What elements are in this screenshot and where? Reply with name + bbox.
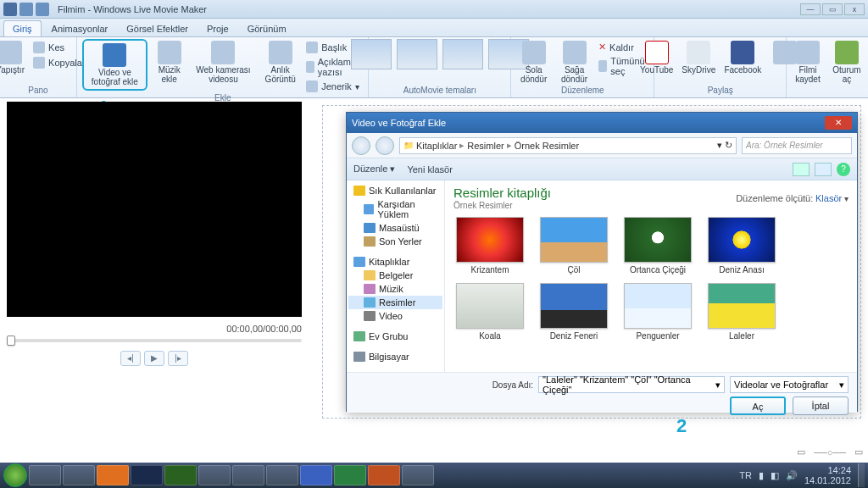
view-mode-button[interactable] — [793, 163, 810, 176]
nav-forward-button[interactable] — [376, 136, 394, 155]
video-preview — [7, 102, 302, 317]
breadcrumb[interactable]: 📁 Kitaplıklar▸ Resimler▸ Örnek Resimler … — [399, 137, 737, 154]
group-clipboard: Yapıştır Kes Kopyala Pano — [0, 37, 77, 97]
task-powerpoint[interactable] — [368, 465, 400, 485]
nav-back-button[interactable] — [352, 136, 370, 155]
tray-date[interactable]: 14.01.2012 — [804, 475, 851, 485]
crumb-2[interactable]: Örnek Resimler — [515, 141, 579, 151]
task-item[interactable] — [198, 465, 231, 485]
tree-computer[interactable]: Bilgisayar — [348, 350, 442, 363]
tray-lang[interactable]: TR — [739, 470, 752, 480]
tab-project[interactable]: Proje — [198, 21, 237, 36]
show-desktop-button[interactable] — [858, 463, 865, 487]
task-explorer[interactable] — [29, 465, 61, 485]
theme-1[interactable] — [351, 39, 392, 69]
file-item[interactable]: Penguenler — [621, 283, 694, 341]
redo-icon[interactable] — [36, 3, 49, 16]
snapshot-button[interactable]: Anlık Görüntü — [260, 39, 300, 86]
rotate-right-label: Sağa döndür — [558, 65, 591, 84]
task-photoshop[interactable] — [131, 465, 163, 485]
group-save: Filmi kaydet Oturum aç — [787, 37, 868, 97]
maximize-button[interactable]: ▭ — [822, 3, 843, 15]
file-item[interactable]: Deniz Anası — [705, 217, 778, 274]
add-music-button[interactable]: Müzik ekle — [153, 39, 186, 86]
tree-video[interactable]: Video — [348, 309, 442, 323]
cut-button[interactable]: Kes — [32, 41, 83, 54]
tab-animations[interactable]: Animasyonlar — [43, 21, 117, 36]
task-item[interactable] — [63, 465, 95, 485]
file-item[interactable]: Krizantem — [453, 217, 526, 274]
copy-button[interactable]: Kopyala — [32, 56, 83, 69]
tab-effects[interactable]: Görsel Efektler — [118, 21, 197, 36]
tree-desktop[interactable]: Masaüstü — [348, 221, 442, 235]
task-item[interactable] — [266, 465, 298, 485]
crumb-1[interactable]: Resimler — [467, 141, 504, 151]
tree-music[interactable]: Müzik — [348, 282, 442, 296]
tree-documents[interactable]: Belgeler — [348, 269, 442, 282]
sort-by[interactable]: Düzenleme ölçütü: Klasör ▾ — [736, 193, 849, 203]
cancel-button[interactable]: İptal — [793, 396, 849, 415]
tray-flag-icon[interactable]: ▮ — [759, 470, 764, 481]
tree-homegroup[interactable]: Ev Grubu — [348, 330, 442, 343]
tab-home[interactable]: Giriş — [3, 20, 42, 36]
paste-button[interactable]: Yapıştır — [0, 39, 27, 76]
minimize-button[interactable]: — — [800, 3, 821, 15]
tab-view[interactable]: Görünüm — [239, 21, 295, 36]
youtube-button[interactable]: YouTube — [638, 39, 675, 76]
search-input[interactable]: Ara: Örnek Resimler — [742, 137, 852, 154]
tray-time[interactable]: 14:24 — [804, 465, 851, 475]
open-button[interactable]: Aç — [730, 396, 786, 415]
theme-2[interactable] — [397, 39, 437, 69]
save-icon — [796, 41, 820, 64]
zoom-out-icon[interactable]: ▭ — [797, 446, 805, 458]
task-dreamweaver[interactable] — [164, 465, 197, 485]
task-firefox[interactable] — [97, 465, 129, 485]
file-item[interactable]: Laleler — [705, 283, 778, 341]
tree-recent[interactable]: Son Yerler — [348, 235, 442, 248]
signin-label: Oturum aç — [832, 65, 862, 84]
close-button[interactable]: x — [844, 3, 865, 15]
add-video-photo-button[interactable]: Video ve fotoğraf ekle — [85, 42, 145, 88]
webcam-button[interactable]: Web kamerası videosu — [192, 39, 255, 86]
zoom-slider[interactable]: ──○── — [814, 447, 846, 458]
task-excel[interactable] — [334, 465, 366, 485]
play-button[interactable]: ▶ — [144, 351, 164, 366]
task-item[interactable] — [232, 465, 264, 485]
tray-volume-icon[interactable]: 🔊 — [786, 470, 798, 481]
file-item[interactable]: Koala — [453, 283, 526, 341]
rotate-left-button[interactable]: Sola döndür — [516, 39, 551, 86]
crumb-0[interactable]: Kitaplıklar — [416, 141, 457, 151]
signin-button[interactable]: Oturum aç — [830, 39, 864, 86]
facebook-button[interactable]: Facebook — [722, 39, 763, 76]
zoom-in-icon[interactable]: ▭ — [854, 446, 863, 458]
undo-icon[interactable] — [19, 3, 33, 16]
filename-input[interactable]: "Laleler" "Krizantem" "Çöl" "Ortanca Çiç… — [538, 376, 725, 393]
rotate-right-button[interactable]: Sağa döndür — [556, 39, 593, 86]
help-button[interactable]: ? — [837, 163, 850, 176]
task-moviemaker[interactable] — [402, 465, 434, 485]
dialog-close-button[interactable]: ✕ — [825, 116, 852, 130]
new-folder-button[interactable]: Yeni klasör — [407, 164, 452, 175]
app-menu-icon[interactable] — [3, 3, 17, 16]
prev-frame-button[interactable]: ◂| — [120, 351, 141, 366]
file-item[interactable]: Deniz Feneri — [537, 283, 610, 341]
title-icon — [306, 42, 318, 53]
file-item[interactable]: Çöl — [537, 217, 610, 274]
organize-button[interactable]: Düzenle ▾ — [353, 164, 395, 175]
tree-favorites[interactable]: Sık Kullanılanlar — [348, 184, 442, 197]
task-word[interactable] — [300, 465, 332, 485]
file-item[interactable]: Ortanca Çiçeği — [621, 217, 694, 274]
skydrive-button[interactable]: SkyDrive — [680, 39, 717, 76]
preview-pane-button[interactable] — [815, 163, 832, 176]
tree-libraries[interactable]: Kitaplıklar — [348, 255, 442, 269]
seek-thumb[interactable] — [7, 336, 15, 346]
tree-downloads[interactable]: Karşıdan Yüklem — [348, 197, 442, 221]
save-movie-button[interactable]: Filmi kaydet — [791, 39, 825, 86]
theme-3[interactable] — [442, 39, 483, 69]
tree-pictures[interactable]: Resimler — [348, 296, 442, 309]
tray-network-icon[interactable]: ◧ — [771, 470, 779, 481]
seek-slider[interactable] — [7, 339, 302, 342]
start-button[interactable] — [3, 463, 27, 487]
next-frame-button[interactable]: |▸ — [168, 351, 188, 366]
filetype-select[interactable]: Videolar ve Fotoğraflar▾ — [730, 376, 849, 393]
